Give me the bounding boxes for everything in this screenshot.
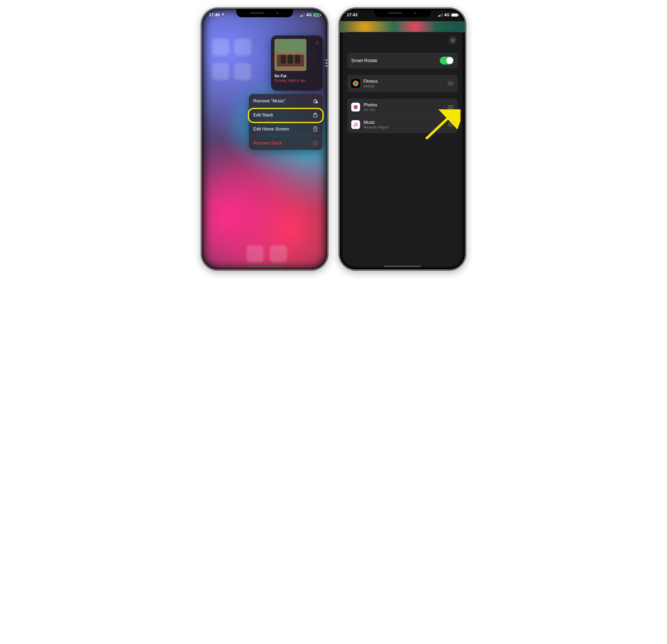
drag-handle-icon[interactable] — [448, 123, 454, 126]
home-indicator[interactable] — [246, 265, 283, 267]
phone-right: 17:43 4G ✕ Smart Rotate — [338, 7, 467, 271]
stack-item-fitness-card: Fitness Activity — [347, 75, 458, 92]
menu-edit-stack[interactable]: Edit Stack — [249, 108, 323, 122]
mute-switch — [338, 43, 339, 52]
network-label: 4G — [444, 13, 450, 17]
edit-stack-sheet: ✕ Smart Rotate — [343, 32, 462, 267]
track-artist: Crosby, Stills & Na... — [274, 78, 319, 82]
smart-rotate-card: Smart Rotate — [347, 53, 458, 68]
stack-item-music[interactable]: Music Recently Played — [347, 116, 458, 133]
status-time: 17:43 — [347, 13, 357, 17]
music-widget[interactable]: ♫ So Far Crosby, Stills & Na... — [271, 35, 323, 91]
volume-down — [200, 80, 201, 96]
drag-handle-icon[interactable] — [448, 82, 454, 85]
battery-icon — [451, 13, 458, 17]
menu-label: Edit Home Screen — [253, 127, 289, 132]
signal-bars-icon — [438, 13, 442, 17]
item-sub: Activity — [363, 84, 448, 88]
notch — [236, 9, 293, 17]
speaker-grille — [388, 12, 403, 14]
mute-switch — [200, 43, 201, 52]
svg-point-15 — [355, 82, 357, 84]
item-sub: For You — [363, 108, 448, 112]
power-button — [466, 63, 467, 87]
menu-remove-stack[interactable]: Remove Stack — [249, 136, 323, 150]
album-art — [274, 39, 306, 71]
smart-rotate-label: Smart Rotate — [351, 58, 440, 63]
menu-label: Remove "Music" — [253, 98, 286, 103]
close-button[interactable]: ✕ — [449, 36, 457, 44]
blurred-app-icon — [212, 63, 229, 80]
blurred-app-icon — [234, 38, 251, 55]
svg-point-6 — [315, 128, 315, 128]
music-note-icon: ♫ — [315, 39, 319, 46]
wallpaper-strip — [340, 21, 465, 32]
context-menu: Remove "Music" Edit Stack Edit Home Sc — [249, 94, 323, 150]
home-indicator[interactable] — [384, 265, 421, 267]
menu-label: Remove Stack — [253, 141, 282, 146]
svg-point-9 — [315, 129, 315, 129]
smart-rotate-toggle[interactable] — [440, 57, 454, 64]
blurred-dock-icon — [246, 245, 264, 262]
remove-widget-icon — [312, 98, 318, 104]
svg-rect-3 — [313, 114, 317, 117]
svg-point-10 — [316, 129, 316, 129]
remove-icon — [312, 140, 318, 146]
stack-item-fitness[interactable]: Fitness Activity — [347, 75, 458, 92]
front-camera — [414, 12, 417, 15]
blurred-dock-icon — [270, 245, 287, 262]
battery-icon: ⚡︎ — [313, 13, 320, 17]
volume-down — [338, 80, 339, 96]
homescreen-icon — [312, 126, 318, 132]
menu-label: Edit Stack — [253, 113, 273, 118]
location-icon — [221, 13, 225, 17]
power-button — [328, 63, 329, 87]
status-time: 17:40 — [209, 13, 219, 17]
signal-bars-icon — [300, 13, 305, 17]
item-name: Photos — [363, 102, 448, 108]
volume-up — [200, 61, 201, 76]
close-icon: ✕ — [451, 38, 455, 43]
toggle-knob — [446, 57, 453, 64]
fitness-icon — [351, 79, 360, 88]
blurred-app-icon — [212, 38, 229, 55]
stack-items-card: Photos For You Music Recently Playe — [347, 98, 458, 133]
stack-item-photos[interactable]: Photos For You — [347, 98, 458, 116]
track-title: So Far — [274, 74, 319, 78]
front-camera — [276, 12, 279, 15]
notch — [374, 9, 431, 17]
network-label: 4G — [306, 13, 312, 17]
svg-point-5 — [314, 128, 315, 128]
item-sub: Recently Played — [363, 125, 448, 129]
item-name: Music — [363, 120, 448, 125]
stack-page-dots — [326, 59, 327, 67]
phone-left: 17:40 4G ⚡︎ ♫ So Far Crosby, Stills & Na… — [200, 7, 329, 271]
menu-remove-music[interactable]: Remove "Music" — [249, 94, 323, 108]
item-name: Fitness — [363, 79, 448, 84]
svg-point-7 — [316, 128, 316, 128]
photos-icon — [351, 103, 360, 112]
volume-up — [338, 61, 339, 76]
music-icon — [351, 120, 360, 129]
stack-icon — [312, 112, 318, 118]
drag-handle-icon[interactable] — [448, 106, 454, 109]
menu-edit-home[interactable]: Edit Home Screen — [249, 122, 323, 136]
blurred-app-icon — [234, 63, 251, 80]
speaker-grille — [250, 12, 264, 14]
svg-point-8 — [314, 129, 315, 129]
